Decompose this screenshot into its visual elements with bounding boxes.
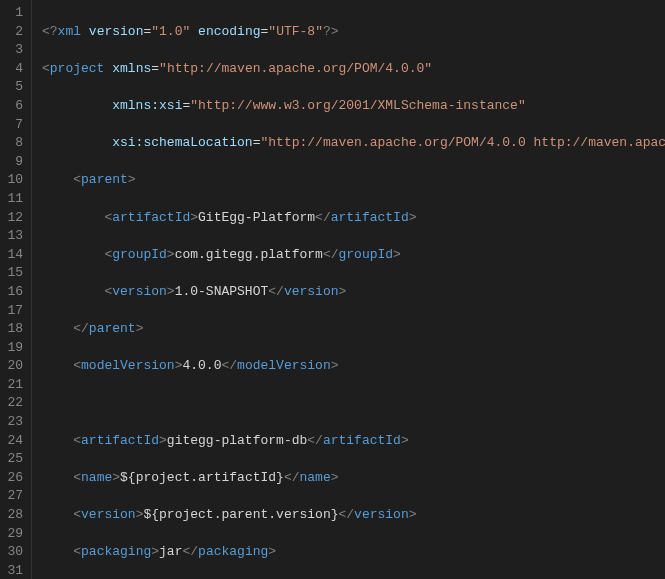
code-line: <project xmlns="http://maven.apache.org/… bbox=[42, 60, 665, 79]
line-number: 8 bbox=[0, 134, 23, 153]
code-line: <version>1.0-SNAPSHOT</version> bbox=[42, 283, 665, 302]
line-number: 17 bbox=[0, 302, 23, 321]
line-number: 10 bbox=[0, 171, 23, 190]
line-number: 5 bbox=[0, 78, 23, 97]
line-number: 12 bbox=[0, 209, 23, 228]
line-number: 2 bbox=[0, 23, 23, 42]
code-line: <modelVersion>4.0.0</modelVersion> bbox=[42, 357, 665, 376]
line-number: 13 bbox=[0, 227, 23, 246]
line-number: 24 bbox=[0, 432, 23, 451]
line-number: 28 bbox=[0, 506, 23, 525]
line-number-gutter: 1234567891011121314151617181920212223242… bbox=[0, 0, 32, 579]
line-number: 27 bbox=[0, 487, 23, 506]
line-number: 18 bbox=[0, 320, 23, 339]
code-line: <packaging>jar</packaging> bbox=[42, 543, 665, 562]
code-editor-content[interactable]: <?xml version="1.0" encoding="UTF-8"?> <… bbox=[32, 0, 665, 579]
code-line: xsi:schemaLocation="http://maven.apache.… bbox=[42, 134, 665, 153]
line-number: 31 bbox=[0, 562, 23, 579]
line-number: 7 bbox=[0, 116, 23, 135]
code-line: <?xml version="1.0" encoding="UTF-8"?> bbox=[42, 23, 665, 42]
code-line: xmlns:xsi="http://www.w3.org/2001/XMLSch… bbox=[42, 97, 665, 116]
line-number: 25 bbox=[0, 450, 23, 469]
code-line bbox=[42, 394, 665, 413]
code-line: <groupId>com.gitegg.platform</groupId> bbox=[42, 246, 665, 265]
line-number: 22 bbox=[0, 394, 23, 413]
line-number: 1 bbox=[0, 4, 23, 23]
line-number: 6 bbox=[0, 97, 23, 116]
code-line: </parent> bbox=[42, 320, 665, 339]
code-line: <artifactId>gitegg-platform-db</artifact… bbox=[42, 432, 665, 451]
line-number: 4 bbox=[0, 60, 23, 79]
code-line: <parent> bbox=[42, 171, 665, 190]
line-number: 15 bbox=[0, 264, 23, 283]
line-number: 9 bbox=[0, 153, 23, 172]
code-line: <name>${project.artifactId}</name> bbox=[42, 469, 665, 488]
line-number: 26 bbox=[0, 469, 23, 488]
line-number: 14 bbox=[0, 246, 23, 265]
line-number: 20 bbox=[0, 357, 23, 376]
line-number: 29 bbox=[0, 525, 23, 544]
line-number: 23 bbox=[0, 413, 23, 432]
line-number: 11 bbox=[0, 190, 23, 209]
line-number: 16 bbox=[0, 283, 23, 302]
line-number: 3 bbox=[0, 41, 23, 60]
code-line: <artifactId>GitEgg-Platform</artifactId> bbox=[42, 209, 665, 228]
line-number: 21 bbox=[0, 376, 23, 395]
line-number: 30 bbox=[0, 543, 23, 562]
line-number: 19 bbox=[0, 339, 23, 358]
code-line: <version>${project.parent.version}</vers… bbox=[42, 506, 665, 525]
